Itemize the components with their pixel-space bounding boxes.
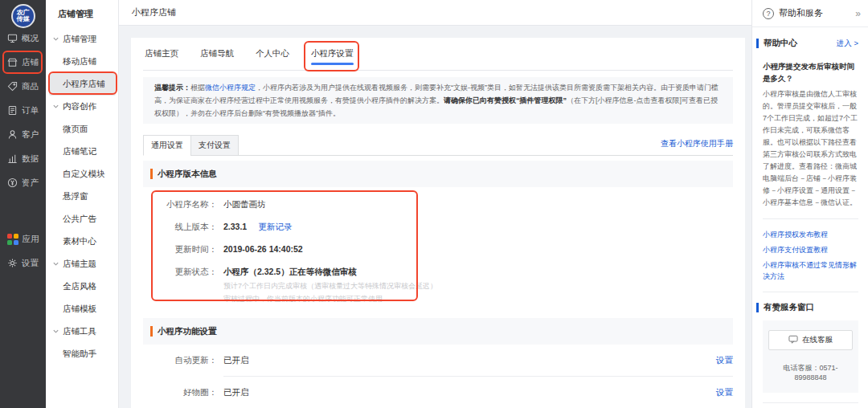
- update-history-link[interactable]: 更新记录: [258, 220, 292, 233]
- rail-item-label: 资产: [22, 177, 39, 189]
- section-marker: [756, 39, 759, 48]
- sidebar-item-smart-assistant[interactable]: 智能助手: [46, 343, 118, 365]
- sidebar-item-public-ads[interactable]: 公共广告: [46, 208, 118, 231]
- settings-subtabs: 通用设置 支付设置 查看小程序使用手册: [143, 135, 733, 156]
- rail-item-label: 应用: [23, 234, 39, 245]
- divider: [763, 292, 858, 292]
- section-version-header: 小程序版本信息: [143, 161, 733, 187]
- section-title: 小程序版本信息: [158, 169, 217, 180]
- sidebar-item-label: 小程序店铺: [63, 79, 105, 90]
- rail-spacer: [0, 195, 46, 227]
- sidebar-item-mobile-store[interactable]: 移动店铺: [46, 51, 118, 73]
- rail-item-assets[interactable]: 资产: [0, 171, 46, 195]
- orders-icon: [7, 105, 18, 117]
- brand-logo[interactable]: 农广 传媒: [11, 4, 35, 28]
- good-things-settings-link[interactable]: 设置: [716, 387, 733, 398]
- tab-store-nav[interactable]: 店铺导航: [200, 38, 234, 70]
- sidebar-item-label: 全店风格: [63, 281, 96, 292]
- tutorial-link-publish[interactable]: 小程序授权发布教程: [763, 229, 858, 240]
- sidebar-group-theme[interactable]: 店铺主题: [46, 253, 118, 275]
- rail-item-goods[interactable]: 商品: [0, 75, 46, 99]
- page-topbar: 小程序店铺: [119, 0, 751, 26]
- rail-item-label: 设置: [22, 258, 39, 269]
- overview-icon: [7, 33, 18, 45]
- sidebar-group-tools[interactable]: 店铺工具: [46, 320, 118, 343]
- section-marker: [150, 326, 153, 337]
- subtab-payment[interactable]: 支付设置: [190, 135, 239, 156]
- chevron-down-icon: [52, 327, 59, 337]
- field-label: 小程序名称：: [159, 198, 217, 210]
- sidebar-item-label: 智能助手: [63, 349, 96, 360]
- page-title: 小程序店铺: [132, 6, 176, 18]
- service-window-row: 有赞服务窗口: [756, 302, 858, 313]
- help-panel: ? 帮助和服务 » 帮助中心 进入 > 小程序提交发布后审核时间是多久？ 小程序…: [751, 0, 868, 408]
- rail-item-customers[interactable]: 客户: [0, 123, 46, 147]
- section-title: 小程序功能设置: [158, 326, 217, 337]
- phone-service: 电话客服：0571-89988848: [768, 363, 853, 381]
- rail-item-apps[interactable]: 应用: [0, 227, 46, 251]
- subtab-general[interactable]: 通用设置: [143, 135, 191, 156]
- sidebar-group-label: 店铺管理: [63, 34, 96, 45]
- status-hint-1: 预计7个工作日内完成审核（遇审核量过大等特殊情况审核会延迟）: [223, 279, 437, 292]
- rail-item-label: 店铺: [22, 57, 39, 68]
- main-content: 店铺主页 店铺导航 个人中心 小程序设置 温馨提示：根据微信小程序规定，小程序内…: [119, 26, 751, 408]
- app-rail: 农广 传媒 概况 店铺 商品 订单 客户: [0, 0, 46, 408]
- rail-item-settings[interactable]: 设置: [0, 251, 46, 275]
- field-label: 更新状态：: [159, 265, 217, 305]
- sidebar-item-micro-page[interactable]: 微页面: [46, 118, 118, 141]
- version-info: 小程序名称： 小圆蕾画坊 线上版本： 2.33.1 更新记录 更新时间： 201…: [143, 198, 733, 305]
- sidebar-item-material-center[interactable]: 素材中心: [46, 231, 118, 253]
- field-label: 自动更新：: [159, 355, 217, 366]
- rail-menu: 概况 店铺 商品 订单 客户 数据: [0, 27, 46, 275]
- sidebar-item-label: 店铺模板: [63, 304, 96, 315]
- online-version: 2.33.1: [223, 220, 247, 233]
- sidebar-item-custom-module[interactable]: 自定义模块: [46, 163, 118, 186]
- field-label: 线上版本：: [159, 220, 217, 233]
- update-status: 小程序（2.32.5）正在等待微信审核 预计7个工作日内完成审核（遇审核量过大等…: [223, 265, 437, 305]
- sidebar-item-miniprogram-store[interactable]: 小程序店铺: [49, 73, 116, 96]
- notice-banner: 温馨提示：根据微信小程序规定，小程序内若涉及为用户提供在线观看视频服务，则需要补…: [143, 77, 733, 124]
- faq-answer: 小程序审核是由微信人工审核的。管理员提交审核后，一般7个工作日完成，如超过7个工…: [763, 88, 858, 209]
- brand-logo-line2: 传媒: [17, 16, 30, 23]
- rail-item-shop[interactable]: 店铺: [0, 51, 46, 75]
- sidebar-item-store-template[interactable]: 店铺模板: [46, 298, 118, 320]
- faq-question: 小程序提交发布后审核时间是多久？: [763, 60, 858, 84]
- page-tabs: 店铺主页 店铺导航 个人中心 小程序设置: [143, 38, 733, 71]
- sidebar-item-label: 微页面: [63, 124, 88, 135]
- function-value: 已开启: [223, 355, 249, 366]
- sidebar-item-store-notes[interactable]: 店铺笔记: [46, 141, 118, 163]
- sidebar-item-store-style[interactable]: 全店风格: [46, 275, 118, 298]
- divider: [763, 218, 858, 219]
- sidebar-group-label: 店铺主题: [63, 259, 96, 270]
- sidebar-group-content[interactable]: 内容创作: [46, 96, 118, 118]
- tutorial-link-review-fail[interactable]: 小程序审核不通过常见情形解决方法: [763, 259, 858, 282]
- tab-store-home[interactable]: 店铺主页: [145, 38, 178, 70]
- field-label: 更新时间：: [159, 243, 217, 255]
- rail-item-overview[interactable]: 概况: [0, 27, 46, 51]
- field-row-time: 更新时间： 2019-06-26 14:40:52: [159, 243, 733, 255]
- settings-card: 店铺主页 店铺导航 个人中心 小程序设置 温馨提示：根据微信小程序规定，小程序内…: [131, 38, 745, 408]
- chat-bubble-icon: [788, 335, 798, 345]
- online-service-button[interactable]: 在线客服: [768, 330, 853, 350]
- rail-item-label: 数据: [22, 153, 39, 165]
- app-window: 农广 传媒 概况 店铺 商品 订单 客户: [0, 0, 868, 408]
- tab-personal-center[interactable]: 个人中心: [256, 38, 289, 70]
- tab-miniprogram-settings[interactable]: 小程序设置: [311, 38, 354, 70]
- status-text: 小程序（2.32.5）正在等待微信审核: [223, 265, 437, 278]
- field-row-status: 更新状态： 小程序（2.32.5）正在等待微信审核 预计7个工作日内完成审核（遇…: [159, 265, 733, 305]
- rail-item-label: 商品: [22, 81, 39, 92]
- chevron-down-icon: [52, 35, 59, 44]
- tutorial-link-payment[interactable]: 小程序支付设置教程: [763, 244, 858, 255]
- sidebar-item-floating-window[interactable]: 悬浮窗: [46, 186, 118, 208]
- function-value: 已开启: [223, 387, 249, 398]
- collapse-panel-icon[interactable]: »: [855, 8, 861, 19]
- rail-item-label: 概况: [22, 33, 39, 44]
- auto-update-settings-link[interactable]: 设置: [716, 355, 733, 366]
- rail-item-data[interactable]: 数据: [0, 147, 46, 171]
- wechat-rules-link[interactable]: 微信小程序规定: [205, 84, 256, 92]
- sidebar-title: 店铺管理: [46, 0, 118, 20]
- manual-link[interactable]: 查看小程序使用手册: [661, 138, 733, 149]
- sidebar-group-store-mgmt[interactable]: 店铺管理: [46, 28, 118, 51]
- rail-item-orders[interactable]: 订单: [0, 99, 46, 123]
- help-center-enter-link[interactable]: 进入 >: [837, 39, 858, 49]
